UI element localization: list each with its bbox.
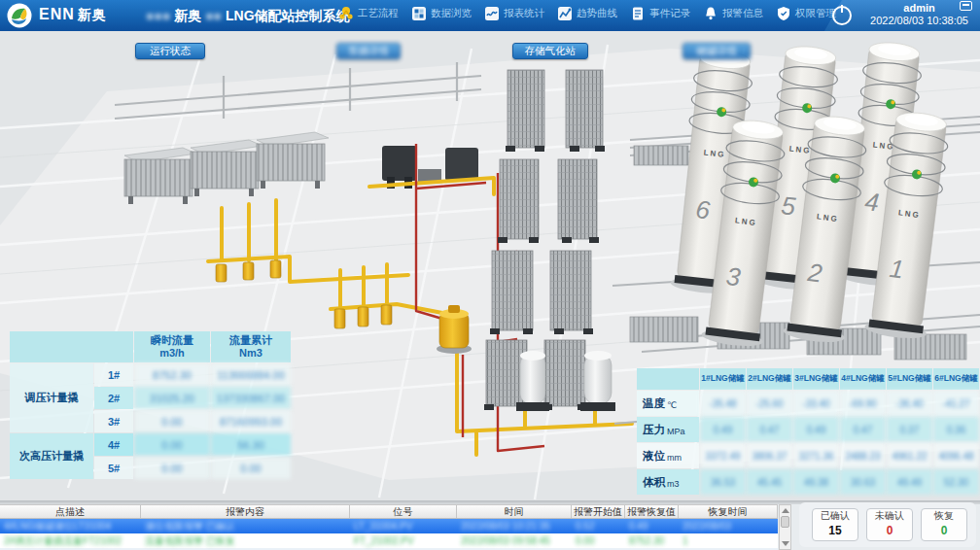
nav-button-pump-skid-detail[interactable]: 泵撬详情 bbox=[336, 43, 401, 59]
pressure-value: 0.49 bbox=[793, 417, 839, 442]
toolbar-item-data-browse[interactable]: 数据浏览 bbox=[411, 6, 472, 21]
pressure-value: 0.49 bbox=[700, 417, 746, 442]
flow-table-corner bbox=[10, 331, 133, 362]
acknowledged-count-box: 已确认 15 bbox=[812, 508, 858, 541]
user-block: admin 2022/08/03 10:38:05 bbox=[870, 2, 968, 27]
toolbar-item-alarm-info[interactable]: 报警信息 bbox=[703, 6, 763, 21]
scroll-thumb[interactable] bbox=[781, 516, 789, 528]
report-stats-icon bbox=[484, 6, 500, 21]
toolbar: 工艺流程 数据浏览 报表统计 bbox=[338, 6, 836, 21]
flow-value: 0.00 bbox=[134, 433, 210, 456]
flow-metering-table: 瞬时流量m3/h 流量累计Nm3 调压计量撬 次高压计量撬 1# 8752.30… bbox=[10, 331, 291, 479]
nav-button-run-status[interactable]: 运行状态 bbox=[135, 43, 205, 59]
col-alarm-content: 报警内容 bbox=[141, 505, 350, 518]
alarm-table-header: 点描述 报警内容 位号 时间 报警开始值 报警恢复值 恢复时间 bbox=[0, 504, 778, 519]
tank-col-header: 1#LNG储罐 bbox=[700, 368, 746, 390]
col-alarm-recover-value: 报警恢复值 bbox=[625, 505, 679, 518]
temp-value: -25.60 bbox=[747, 391, 792, 416]
tank-col-header: 4#LNG储罐 bbox=[840, 368, 886, 390]
datetime: 2022/08/03 10:38:05 bbox=[870, 15, 968, 27]
flow-value: 0.00 bbox=[134, 457, 210, 479]
tank-col-header: 3#LNG储罐 bbox=[793, 368, 839, 390]
flow-value: 31025.20 bbox=[134, 387, 210, 409]
alarm-panel: 点描述 报警内容 位号 时间 报警开始值 报警恢复值 恢复时间 4#LNG储罐液… bbox=[0, 500, 980, 550]
unacknowledged-count-box: 未确认 0 bbox=[866, 508, 913, 541]
tank-col-header: 5#LNG储罐 bbox=[887, 368, 932, 390]
total-value: 113666884.00 bbox=[211, 363, 291, 386]
group-sub-high-pressure: 次高压计量撬 bbox=[10, 433, 93, 479]
total-col-header: 流量累计Nm3 bbox=[211, 331, 291, 362]
tank-parameters-table: 1#LNG储罐 2#LNG储罐 3#LNG储罐 4#LNG储罐 5#LNG储罐 … bbox=[637, 368, 979, 495]
unacknowledged-count: 0 bbox=[867, 523, 912, 538]
pressure-value: 0.37 bbox=[887, 417, 932, 442]
temp-value: -41.27 bbox=[933, 391, 979, 416]
tank-table-corner bbox=[637, 368, 699, 390]
power-button[interactable] bbox=[832, 6, 852, 25]
row-label-pressure: 压力MPa bbox=[637, 417, 699, 442]
permission-shield-icon bbox=[776, 6, 791, 21]
title-bar: ENN新奥 ●●● 新奥 ●● LNG储配站控制系统 工艺流程 bbox=[0, 0, 980, 31]
volume-value: 52.30 bbox=[933, 469, 979, 495]
toolbar-item-trend-curve[interactable]: 趋势曲线 bbox=[557, 6, 617, 21]
col-point-desc: 点描述 bbox=[0, 505, 141, 518]
toolbar-item-event-log[interactable]: 事件记录 bbox=[630, 6, 690, 21]
volume-value: 49.38 bbox=[793, 469, 839, 495]
row-label-volume: 体积m3 bbox=[637, 469, 699, 495]
toolbar-item-process-flow[interactable]: 工艺流程 bbox=[338, 6, 399, 21]
volume-value: 49.49 bbox=[887, 469, 932, 495]
brand-text: ENN新奥 bbox=[39, 6, 107, 24]
username: admin bbox=[870, 2, 968, 15]
level-value: 3806.37 bbox=[747, 443, 792, 468]
row-label-level: 液位mm bbox=[637, 443, 699, 468]
alarm-row-selected[interactable]: 4#LNG储罐液位LT31004 液位低限报警 已确认 LT_31004.PV … bbox=[0, 519, 778, 533]
alarm-scrollbar[interactable] bbox=[779, 504, 791, 550]
col-tag: 位号 bbox=[350, 505, 457, 518]
alarm-row-recovered[interactable]: 2#调压计量撬流量FT21002 流量低限报警 已恢复 FT_21002.PV … bbox=[0, 533, 778, 548]
tank-col-header: 6#LNG储罐 bbox=[933, 368, 979, 390]
temp-value: -33.40 bbox=[793, 391, 839, 416]
temp-value: -36.40 bbox=[887, 391, 932, 416]
scroll-up-icon[interactable] bbox=[782, 508, 789, 513]
total-value: 56.30 bbox=[211, 433, 291, 456]
level-value: 3372.49 bbox=[700, 443, 746, 468]
page-title: ●●● 新奥 ●● LNG储配站控制系统 bbox=[146, 8, 350, 25]
temp-value: -35.48 bbox=[700, 391, 746, 416]
row-id: 2# bbox=[94, 387, 133, 409]
enn-logo-icon bbox=[7, 3, 32, 28]
group-pressure-regulating: 调压计量撬 bbox=[10, 363, 93, 432]
toolbar-item-permission[interactable]: 权限管理 bbox=[776, 6, 836, 21]
level-value: 4096.48 bbox=[933, 443, 979, 468]
lng-station-hmi: LNG 6 LNG 5 bbox=[0, 0, 980, 550]
nav-button-tank-detail[interactable]: 储罐详情 bbox=[682, 43, 751, 59]
trend-curve-icon bbox=[557, 6, 573, 21]
flow-value: 0.00 bbox=[134, 410, 210, 432]
flow-col-header: 瞬时流量m3/h bbox=[134, 331, 210, 362]
col-time: 时间 bbox=[457, 505, 572, 518]
row-id: 4# bbox=[94, 433, 133, 456]
row-id: 1# bbox=[94, 363, 133, 386]
odorizer-tank bbox=[437, 305, 472, 354]
level-value: 4961.22 bbox=[887, 443, 932, 468]
row-label-temperature: 温度℃ bbox=[637, 391, 699, 416]
temp-value: -69.90 bbox=[840, 391, 886, 416]
tank-col-header: 2#LNG储罐 bbox=[747, 368, 792, 390]
scroll-down-icon[interactable] bbox=[782, 541, 789, 546]
volume-value: 30.63 bbox=[840, 469, 886, 495]
recovered-count-box: 恢复 0 bbox=[921, 508, 967, 541]
total-value: 137330867.00 bbox=[211, 387, 291, 409]
volume-value: 36.53 bbox=[700, 469, 746, 495]
pressure-value: 0.36 bbox=[933, 417, 979, 442]
lng-tanks[interactable]: LNG 6 LNG 5 bbox=[670, 40, 954, 349]
data-browse-icon bbox=[411, 6, 427, 21]
row-id: 3# bbox=[94, 410, 133, 432]
acknowledged-count: 15 bbox=[813, 523, 858, 538]
total-value: 87160993.00 bbox=[211, 410, 291, 432]
flow-value: 8752.30 bbox=[134, 363, 210, 386]
row-id: 5# bbox=[94, 457, 133, 479]
alarm-summary-panel: 已确认 15 未确认 0 恢复 0 bbox=[799, 502, 976, 547]
toolbar-item-report-stats[interactable]: 报表统计 bbox=[484, 6, 544, 21]
nav-button-storage-vaporization[interactable]: 存储气化站 bbox=[512, 43, 588, 59]
process-flow-icon bbox=[338, 6, 354, 21]
total-value: 0.00 bbox=[211, 457, 291, 479]
recovered-count: 0 bbox=[922, 523, 966, 538]
